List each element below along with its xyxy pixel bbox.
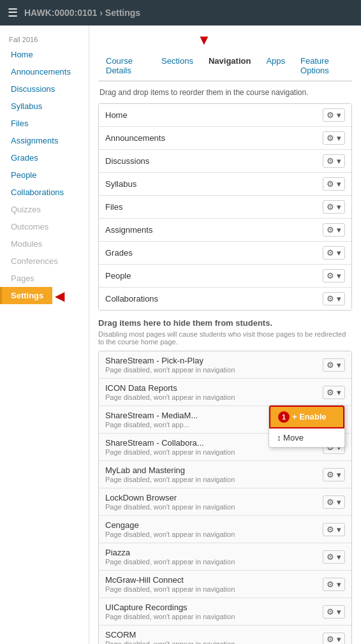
disabled-nav-item-7-gear[interactable]: ⚙ ▾ — [323, 550, 345, 564]
icon-data-reports-controls: ⚙ ▾ 1 + Enable ↕ Move — [323, 386, 345, 399]
nav-item-collaborations-gear[interactable]: ⚙ ▾ — [323, 292, 345, 305]
disabled-nav-item-6: Cengage Page disabled, won't appear in n… — [99, 516, 351, 543]
nav-item-files-gear[interactable]: ⚙ ▾ — [323, 200, 345, 214]
disabled-nav-item-0-gear[interactable]: ⚙ ▾ — [323, 358, 345, 372]
enable-button[interactable]: 1 + Enable — [269, 406, 344, 428]
sidebar-item-files[interactable]: Files — [0, 115, 89, 132]
nav-item-collaborations: Collaborations ⚙ ▾ — [99, 288, 351, 310]
tab-sections[interactable]: Sections — [154, 51, 201, 82]
disabled-nav-item-5: LockDown Browser Page disabled, won't ap… — [99, 488, 351, 516]
sidebar-term: Fall 2016 — [0, 32, 89, 46]
hidden-section-subtitle: Disabling most pages will cause students… — [98, 330, 352, 346]
nav-item-grades: Grades ⚙ ▾ — [99, 242, 351, 265]
nav-item-discussions: Discussions ⚙ ▾ — [99, 150, 351, 173]
enabled-nav-list: Home ⚙ ▾ Announcements ⚙ ▾ Discussions ⚙… — [98, 103, 352, 311]
nav-item-assignments: Assignments ⚙ ▾ — [99, 219, 351, 242]
sidebar-item-syllabus[interactable]: Syllabus — [0, 98, 89, 115]
header-title: HAWK:0000:0101 › Settings — [24, 8, 140, 18]
main-content: ▼ Course Details Sections Navigation App… — [89, 26, 361, 644]
disabled-nav-list: ShareStream - Pick-n-Play Page disabled,… — [98, 351, 352, 644]
drag-description: Drag and drop items to reorder them in t… — [98, 88, 352, 97]
sidebar-item-home[interactable]: Home — [0, 46, 89, 63]
disabled-nav-item-1: ICON Data Reports Page disabled, won't a… — [99, 379, 351, 406]
nav-item-people-gear[interactable]: ⚙ ▾ — [323, 269, 345, 282]
nav-item-discussions-gear[interactable]: ⚙ ▾ — [323, 154, 345, 168]
tab-course-details[interactable]: Course Details — [98, 51, 154, 82]
nav-item-people: People ⚙ ▾ — [99, 265, 351, 288]
nav-item-syllabus: Syllabus ⚙ ▾ — [99, 173, 351, 196]
enable-popup: 1 + Enable ↕ Move — [269, 405, 345, 448]
nav-item-home-gear[interactable]: ⚙ ▾ — [323, 108, 345, 122]
sidebar-item-pages[interactable]: Pages — [0, 270, 89, 287]
move-button[interactable]: ↕ Move — [269, 428, 344, 447]
disabled-nav-item-8: McGraw-Hill Connect Page disabled, won't… — [99, 571, 351, 598]
nav-item-home: Home ⚙ ▾ — [99, 104, 351, 127]
sidebar-item-discussions[interactable]: Discussions — [0, 80, 89, 98]
disabled-nav-item-0: ShareStream - Pick-n-Play Page disabled,… — [99, 351, 351, 379]
arrow-down-icon: ▼ — [197, 32, 211, 48]
settings-arrow-icon: ◀ — [55, 288, 64, 304]
nav-item-home-controls: ⚙ ▾ — [323, 108, 345, 122]
sidebar-item-collaborations[interactable]: Collaborations — [0, 184, 89, 201]
nav-item-syllabus-gear[interactable]: ⚙ ▾ — [323, 177, 345, 191]
annotation-1-badge: 1 — [278, 411, 290, 423]
sidebar-item-people[interactable]: People — [0, 166, 89, 184]
tab-arrow-annotation: ▼ — [98, 32, 352, 51]
sidebar-item-conferences[interactable]: Conferences — [0, 252, 89, 270]
disabled-nav-item-1-gear[interactable]: ⚙ ▾ — [323, 386, 345, 399]
disabled-nav-item-4: MyLab and Mastering Page disabled, won't… — [99, 461, 351, 488]
sidebar-item-outcomes[interactable]: Outcomes — [0, 218, 89, 235]
disabled-nav-item-4-gear[interactable]: ⚙ ▾ — [323, 468, 345, 481]
disabled-nav-item-8-gear[interactable]: ⚙ ▾ — [323, 578, 345, 591]
disabled-nav-item-10: SCORM Page disabled, won't appear in nav… — [99, 626, 351, 644]
header: ☰ HAWK:0000:0101 › Settings — [0, 0, 361, 26]
disabled-nav-item-7: Piazza Page disabled, won't appear in na… — [99, 543, 351, 571]
sidebar-item-settings[interactable]: Settings — [0, 287, 52, 304]
course-id: HAWK:0000:0101 — [24, 8, 97, 18]
disabled-nav-item-9-gear[interactable]: ⚙ ▾ — [323, 605, 345, 618]
sidebar-item-announcements[interactable]: Announcements — [0, 63, 89, 80]
disabled-nav-item-10-gear[interactable]: ⚙ ▾ — [323, 633, 345, 645]
tab-navigation[interactable]: Navigation — [201, 51, 258, 82]
tab-feature-options[interactable]: Feature Options — [293, 51, 352, 82]
sidebar-item-grades[interactable]: Grades — [0, 149, 89, 166]
nav-item-assignments-gear[interactable]: ⚙ ▾ — [323, 223, 345, 237]
hamburger-icon[interactable]: ☰ — [8, 6, 18, 20]
disabled-nav-item-9: UICapture Recordings Page disabled, won'… — [99, 598, 351, 626]
sidebar-item-modules[interactable]: Modules — [0, 235, 89, 252]
disabled-nav-item-6-gear[interactable]: ⚙ ▾ — [323, 523, 345, 536]
nav-item-files: Files ⚙ ▾ — [99, 196, 351, 219]
hidden-section-title: Drag items here to hide them from studen… — [98, 318, 352, 328]
tab-apps[interactable]: Apps — [258, 51, 293, 82]
tabs: Course Details Sections Navigation Apps … — [98, 51, 352, 82]
nav-item-announcements: Announcements ⚙ ▾ — [99, 127, 351, 150]
sidebar: Fall 2016 Home Announcements Discussions… — [0, 26, 89, 644]
disabled-nav-item-5-gear[interactable]: ⚙ ▾ — [323, 495, 345, 509]
sidebar-item-assignments[interactable]: Assignments — [0, 132, 89, 149]
nav-item-grades-gear[interactable]: ⚙ ▾ — [323, 246, 345, 260]
sidebar-item-quizzes[interactable]: Quizzes — [0, 201, 89, 218]
nav-item-announcements-gear[interactable]: ⚙ ▾ — [323, 131, 345, 145]
